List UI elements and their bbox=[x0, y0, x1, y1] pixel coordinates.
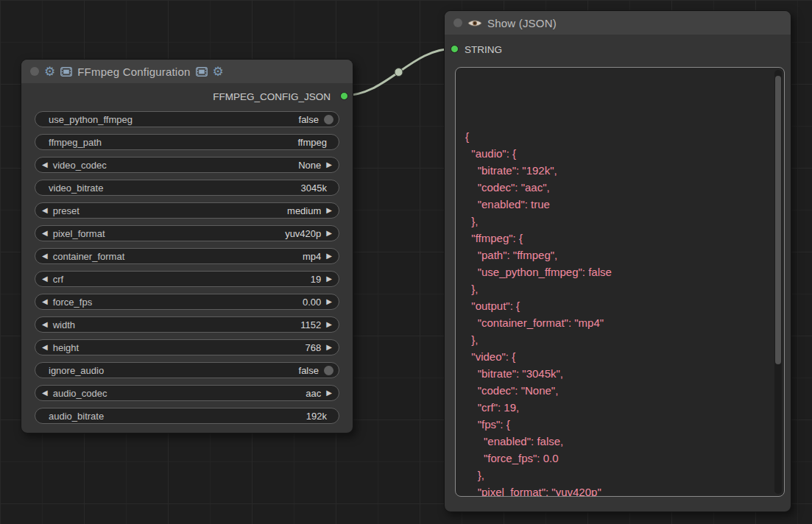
decrement-arrow-icon[interactable]: ◀ bbox=[42, 252, 48, 260]
widget-ffmpeg_path[interactable]: ◀ ffmpeg_path ffmpeg ▶ bbox=[35, 134, 339, 150]
decrement-arrow-icon[interactable]: ◀ bbox=[42, 275, 48, 283]
widget-label: use_python_ffmpeg bbox=[49, 114, 133, 125]
widget-value: 19 bbox=[311, 274, 321, 285]
gear-icon: ⚙ bbox=[213, 66, 224, 78]
widget-label: audio_codec bbox=[53, 388, 107, 399]
widget-value: 0.00 bbox=[303, 297, 321, 308]
widget-video_bitrate[interactable]: ◀ video_bitrate 3045k ▶ bbox=[35, 180, 339, 196]
widget-label: force_fps bbox=[53, 297, 92, 308]
widget-audio_bitrate[interactable]: ◀ audio_bitrate 192k ▶ bbox=[35, 408, 339, 424]
increment-arrow-icon[interactable]: ▶ bbox=[326, 207, 332, 214]
widget-label: ffmpeg_path bbox=[49, 137, 102, 148]
collapse-dot[interactable] bbox=[453, 18, 462, 27]
widget-video_codec[interactable]: ◀ video_codec None ▶ bbox=[35, 157, 339, 173]
node-title: FFmpeg Configuration bbox=[77, 66, 190, 78]
ffmpeg-configuration-node[interactable]: ⚙ FFmpeg Configuration ⚙ FFMPEG_CONFIG_J… bbox=[21, 59, 353, 433]
widget-list: ◀ use_python_ffmpeg false ▶ ◀ ffmpeg_pat… bbox=[21, 105, 353, 433]
node-title: Show (JSON) bbox=[487, 17, 557, 29]
show-json-node[interactable]: Show (JSON) STRING { "audio": { "bitrate… bbox=[444, 10, 791, 512]
widget-value: medium bbox=[287, 205, 321, 216]
widget-ignore_audio[interactable]: ◀ ignore_audio false ▶ bbox=[35, 362, 339, 378]
increment-arrow-icon[interactable]: ▶ bbox=[326, 275, 332, 283]
widget-value: 1152 bbox=[300, 319, 321, 330]
output-port-ffmpeg-config-json[interactable] bbox=[340, 92, 348, 100]
input-slot-row: STRING bbox=[445, 40, 791, 58]
increment-arrow-icon[interactable]: ▶ bbox=[326, 389, 332, 397]
input-port-string[interactable] bbox=[451, 45, 459, 53]
output-slot-label: FFMPEG_CONFIG_JSON bbox=[213, 91, 331, 102]
increment-arrow-icon[interactable]: ▶ bbox=[326, 230, 332, 237]
widget-height[interactable]: ◀ height 768 ▶ bbox=[35, 339, 339, 355]
widget-value: None bbox=[298, 160, 321, 171]
decrement-arrow-icon[interactable]: ◀ bbox=[42, 344, 48, 351]
scrollbar-thumb[interactable] bbox=[775, 76, 781, 364]
json-output-textarea[interactable]: { "audio": { "bitrate": "192k", "codec":… bbox=[455, 67, 785, 497]
widget-label: container_format bbox=[53, 251, 125, 262]
node-title-bar[interactable]: ⚙ FFmpeg Configuration ⚙ bbox=[21, 60, 353, 83]
scrollbar[interactable] bbox=[774, 70, 782, 494]
increment-arrow-icon[interactable]: ▶ bbox=[326, 252, 332, 260]
widget-width[interactable]: ◀ width 1152 ▶ bbox=[35, 316, 339, 333]
collapse-dot[interactable] bbox=[30, 67, 39, 76]
widget-label: pixel_format bbox=[53, 228, 105, 239]
increment-arrow-icon[interactable]: ▶ bbox=[326, 161, 332, 169]
widget-label: video_bitrate bbox=[49, 183, 103, 194]
widget-label: width bbox=[53, 319, 75, 330]
widget-use_python_ffmpeg[interactable]: ◀ use_python_ffmpeg false ▶ bbox=[35, 111, 339, 127]
widget-label: height bbox=[53, 342, 79, 353]
widget-force_fps[interactable]: ◀ force_fps 0.00 ▶ bbox=[35, 294, 339, 310]
widget-crf[interactable]: ◀ crf 19 ▶ bbox=[35, 271, 339, 287]
widget-container_format[interactable]: ◀ container_format mp4 ▶ bbox=[35, 248, 339, 264]
widget-value: ffmpeg bbox=[297, 137, 327, 148]
widget-label: ignore_audio bbox=[49, 365, 104, 376]
output-slot-row: FFMPEG_CONFIG_JSON bbox=[21, 88, 353, 105]
widget-value: aac bbox=[306, 388, 321, 399]
widget-value: 768 bbox=[306, 342, 322, 353]
input-slot-label: STRING bbox=[465, 44, 502, 55]
increment-arrow-icon[interactable]: ▶ bbox=[326, 321, 332, 328]
widget-label: preset bbox=[53, 205, 80, 216]
node-title-bar[interactable]: Show (JSON) bbox=[445, 11, 791, 35]
decrement-arrow-icon[interactable]: ◀ bbox=[42, 321, 48, 328]
decrement-arrow-icon[interactable]: ◀ bbox=[42, 389, 48, 397]
film-icon bbox=[196, 67, 208, 77]
eye-icon bbox=[467, 18, 482, 28]
widget-value: false bbox=[299, 114, 319, 125]
decrement-arrow-icon[interactable]: ◀ bbox=[42, 230, 48, 237]
widget-label: video_codec bbox=[53, 160, 107, 171]
film-icon bbox=[60, 67, 72, 77]
increment-arrow-icon[interactable]: ▶ bbox=[326, 298, 332, 305]
increment-arrow-icon[interactable]: ▶ bbox=[326, 344, 332, 351]
widget-audio_codec[interactable]: ◀ audio_codec aac ▶ bbox=[35, 385, 339, 401]
toggle-knob-icon[interactable] bbox=[324, 115, 333, 124]
gear-icon: ⚙ bbox=[44, 66, 55, 78]
toggle-knob-icon[interactable] bbox=[324, 366, 333, 375]
widget-value: 3045k bbox=[301, 183, 327, 194]
widget-value: mp4 bbox=[303, 251, 321, 262]
widget-preset[interactable]: ◀ preset medium ▶ bbox=[35, 202, 339, 219]
json-output-text: { "audio": { "bitrate": "192k", "codec":… bbox=[456, 68, 784, 497]
decrement-arrow-icon[interactable]: ◀ bbox=[42, 161, 48, 169]
widget-value: yuv420p bbox=[285, 228, 321, 239]
widget-label: crf bbox=[53, 274, 63, 285]
decrement-arrow-icon[interactable]: ◀ bbox=[42, 207, 48, 214]
decrement-arrow-icon[interactable]: ◀ bbox=[42, 298, 48, 305]
widget-value: 192k bbox=[306, 411, 327, 422]
widget-value: false bbox=[299, 365, 319, 376]
link-midpoint-dot bbox=[395, 68, 403, 77]
widget-pixel_format[interactable]: ◀ pixel_format yuv420p ▶ bbox=[35, 225, 339, 241]
widget-label: audio_bitrate bbox=[49, 411, 104, 422]
